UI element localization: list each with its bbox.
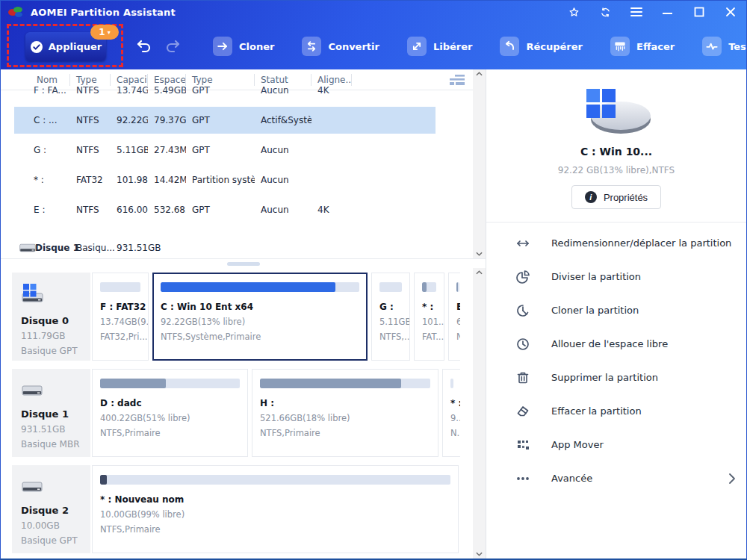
pulse-icon bbox=[702, 37, 722, 56]
app-logo-icon bbox=[8, 5, 25, 19]
table-row-disk[interactable]: Disque 1 Basiqu... 931.51GB bbox=[1, 234, 473, 258]
toolbar-button-effacer[interactable]: Effacer bbox=[610, 37, 675, 56]
disk-kind: Basique GPT bbox=[21, 535, 90, 546]
disk-info-2[interactable]: Disque 2 10.00GB Basique GPT bbox=[12, 465, 90, 553]
split-pie-icon bbox=[515, 269, 531, 285]
header: AOMEI Partition Assistant bbox=[1, 1, 746, 69]
clone-arrow-icon bbox=[213, 37, 232, 56]
usage-bar bbox=[260, 379, 430, 388]
selected-partition-disc-icon bbox=[571, 89, 661, 135]
partition-block[interactable]: * : 101.... FAT... bbox=[414, 273, 444, 361]
action-app-mover[interactable]: App Mover bbox=[486, 428, 746, 461]
title-bar: AOMEI Partition Assistant bbox=[1, 1, 746, 23]
selected-partition-name: C : Win 10... bbox=[486, 146, 746, 158]
partition-block[interactable]: G : 5.11GB... NTFS,... bbox=[371, 273, 410, 361]
disk-panel-0: Disque 0 111.79GB Basique GPT F : FAT32 … bbox=[12, 273, 460, 361]
table-row[interactable]: F : FA... NTFS 13.74GB 5.49GB GPT Aucun … bbox=[1, 75, 473, 105]
usage-bar bbox=[379, 282, 402, 292]
table-row[interactable]: E : NTFS 616.00... 532.68... GPT Aucun 4… bbox=[1, 195, 473, 225]
ellipsis-icon bbox=[515, 470, 531, 487]
scroll-up-icon[interactable] bbox=[476, 270, 483, 275]
sync-icon[interactable] bbox=[598, 5, 612, 19]
toolbar-button-liberer[interactable]: Libérer bbox=[407, 37, 473, 56]
badge-count: 1 bbox=[99, 27, 105, 37]
action-split-partition[interactable]: Diviser la partition bbox=[486, 260, 746, 293]
check-circle-icon bbox=[30, 40, 43, 54]
toolbar-button-convertir[interactable]: Convertir bbox=[302, 37, 379, 56]
table-row-selected[interactable]: C : ... NTFS 92.22GB 79.37GB GPT Actif&S… bbox=[1, 105, 473, 135]
scroll-down-icon[interactable] bbox=[476, 252, 483, 256]
usage-bar bbox=[100, 379, 240, 388]
usage-bar bbox=[422, 282, 436, 292]
disk-drive-icon bbox=[19, 241, 37, 257]
partition-block[interactable]: F : FAT32 13.74GB(9... FAT32,Pri... bbox=[92, 273, 149, 361]
app-window: AOMEI Partition Assistant bbox=[0, 0, 747, 560]
sidebar: C : Win 10... 92.22 GB(13% libre),NTFS i… bbox=[486, 69, 746, 559]
partition-block[interactable]: E... 6... N.. bbox=[448, 273, 460, 361]
partition-block[interactable]: * : Nouveau nom 10.00GB(99% libre) NTFS,… bbox=[92, 465, 459, 553]
convert-arrows-icon bbox=[302, 37, 321, 56]
disk-drive-icon bbox=[21, 379, 43, 399]
splitter-handle[interactable] bbox=[227, 262, 260, 266]
action-wipe-partition[interactable]: Effacer la partition bbox=[486, 394, 746, 428]
usage-bar bbox=[100, 282, 140, 292]
disk-panel-1: Disque 1 931.51GB Basique MBR D : dadc 4… bbox=[12, 369, 460, 457]
menu-icon[interactable] bbox=[630, 5, 643, 19]
usage-bar bbox=[450, 379, 453, 388]
table-scrollbar[interactable] bbox=[473, 69, 486, 258]
disk-info-0[interactable]: Disque 0 111.79GB Basique GPT bbox=[12, 273, 90, 361]
disk-size: 10.00GB bbox=[21, 520, 90, 531]
disk-info-1[interactable]: Disque 1 931.51GB Basique MBR bbox=[12, 369, 90, 457]
disk-map-area: Disque 0 111.79GB Basique GPT F : FAT32 … bbox=[1, 268, 486, 559]
apply-label: Appliquer bbox=[49, 41, 102, 52]
clone-partition-icon bbox=[515, 302, 531, 319]
eraser-icon bbox=[515, 403, 531, 420]
resize-arrows-icon bbox=[515, 235, 531, 252]
caret-down-icon: ▾ bbox=[108, 29, 111, 36]
toolbar-button-tester[interactable]: Tester bbox=[702, 37, 747, 56]
action-clone-partition[interactable]: Cloner la partition bbox=[486, 293, 746, 327]
minimize-button[interactable] bbox=[661, 5, 675, 19]
recover-arrow-icon bbox=[500, 37, 519, 56]
expand-diagonal-icon bbox=[407, 37, 427, 56]
partition-block[interactable]: * : 9... N... bbox=[442, 369, 460, 457]
toolbar-label: Récupérer bbox=[526, 41, 583, 52]
partition-table: Nom Type Capacité Espace... Type Statut … bbox=[1, 69, 486, 258]
toolbar-label: Cloner bbox=[239, 41, 274, 52]
scroll-up-icon[interactable] bbox=[476, 72, 483, 76]
partition-block-selected[interactable]: C : Win 10 Ent x64 92.22GB(13% libre) NT… bbox=[152, 273, 368, 361]
pending-operations-badge[interactable]: 1▾ bbox=[90, 25, 119, 40]
redo-button[interactable] bbox=[164, 38, 182, 55]
favorite-star-icon[interactable] bbox=[567, 5, 580, 19]
toolbar: Appliquer 1▾ Cloner bbox=[1, 23, 746, 69]
action-allocate-free-space[interactable]: Allouer de l'espace libre bbox=[486, 327, 746, 361]
properties-button[interactable]: i Propriétés bbox=[571, 185, 661, 209]
info-icon: i bbox=[585, 191, 597, 203]
action-list: Redimensionner/déplacer la partition Div… bbox=[486, 223, 746, 495]
action-resize-move[interactable]: Redimensionner/déplacer la partition bbox=[486, 226, 746, 260]
partition-block[interactable]: D : dadc 400.22GB(51% libre) NTFS,Primai… bbox=[92, 369, 248, 457]
disk-drive-windows-icon bbox=[21, 283, 45, 305]
disk-kind: Basique MBR bbox=[21, 439, 90, 449]
action-advanced[interactable]: Avancée bbox=[486, 461, 746, 495]
maximize-button[interactable] bbox=[692, 5, 706, 19]
toolbar-button-recuperer[interactable]: Récupérer bbox=[500, 37, 583, 56]
close-button[interactable] bbox=[724, 5, 737, 19]
disk-panel-2: Disque 2 10.00GB Basique GPT * : Nouveau… bbox=[12, 465, 460, 553]
scroll-down-icon[interactable] bbox=[476, 552, 483, 556]
usage-bar bbox=[100, 475, 450, 485]
undo-button[interactable] bbox=[135, 38, 153, 55]
properties-label: Propriétés bbox=[604, 192, 648, 203]
toolbar-button-cloner[interactable]: Cloner bbox=[213, 37, 274, 56]
disk-name: Disque 0 bbox=[21, 315, 90, 326]
partition-block[interactable]: H : 521.66GB(18% libre) NTFS,Primaire bbox=[252, 369, 438, 457]
chevron-right-icon bbox=[728, 473, 736, 485]
table-row[interactable]: * : FAT32 101.98MB 14.42MB Partition sys… bbox=[1, 165, 473, 195]
panel-splitter bbox=[1, 258, 486, 268]
toolbar-label: Libérer bbox=[433, 41, 473, 52]
disk-name: Disque 2 bbox=[21, 505, 90, 516]
usage-bar bbox=[161, 282, 359, 292]
table-row[interactable]: G : NTFS 5.11GB 27.43MB GPT Aucun bbox=[1, 135, 473, 165]
action-delete-partition[interactable]: Supprimer la partition bbox=[486, 361, 746, 394]
disk-scrollbar[interactable] bbox=[473, 268, 486, 559]
